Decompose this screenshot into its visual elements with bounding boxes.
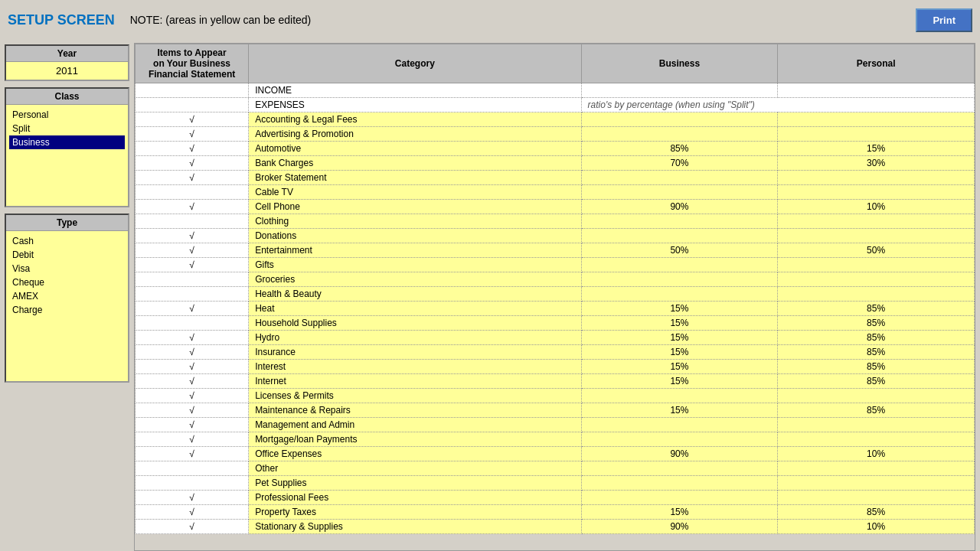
table-row[interactable]: Cable TV	[136, 185, 975, 200]
row-personal[interactable]: 15%	[778, 142, 975, 156]
row-personal[interactable]: 85%	[778, 360, 975, 374]
row-personal[interactable]	[778, 171, 975, 185]
row-category[interactable]: Hydro	[249, 331, 581, 345]
table-row[interactable]: √Donations	[136, 229, 975, 243]
row-personal[interactable]: 10%	[778, 447, 975, 461]
row-category[interactable]: Clothing	[249, 214, 581, 229]
row-category[interactable]: Stationary & Supplies	[249, 520, 581, 534]
row-business[interactable]: 70%	[581, 156, 778, 171]
row-business[interactable]: 90%	[581, 447, 778, 461]
row-personal[interactable]	[778, 476, 975, 491]
row-business[interactable]	[581, 127, 778, 142]
table-row[interactable]: Household Supplies15%85%	[136, 316, 975, 331]
row-category[interactable]: Donations	[249, 229, 581, 243]
table-row[interactable]: √Office Expenses90%10%	[136, 447, 975, 461]
row-category[interactable]: Gifts	[249, 258, 581, 272]
type-item-cheque[interactable]: Cheque	[9, 276, 125, 289]
row-personal[interactable]	[778, 258, 975, 272]
row-business[interactable]: 90%	[581, 520, 778, 534]
table-row[interactable]: Pet Supplies	[136, 476, 975, 491]
type-item-cash[interactable]: Cash	[9, 234, 125, 248]
row-personal[interactable]: 50%	[778, 243, 975, 258]
table-row[interactable]: √Broker Statement	[136, 171, 975, 185]
row-category[interactable]: Groceries	[249, 272, 581, 287]
row-business[interactable]	[581, 418, 778, 432]
table-row[interactable]: √Heat15%85%	[136, 302, 975, 316]
row-personal[interactable]	[778, 272, 975, 287]
row-personal[interactable]: 85%	[778, 345, 975, 360]
table-row[interactable]: √Bank Charges70%30%	[136, 156, 975, 171]
row-category[interactable]: Bank Charges	[249, 156, 581, 171]
row-personal[interactable]	[778, 432, 975, 447]
row-personal[interactable]: 85%	[778, 374, 975, 389]
row-business[interactable]	[581, 287, 778, 302]
print-button[interactable]: Print	[916, 8, 972, 32]
row-business[interactable]	[581, 389, 778, 403]
table-row[interactable]: √Stationary & Supplies90%10%	[136, 520, 975, 534]
type-item-visa[interactable]: Visa	[9, 262, 125, 276]
year-value[interactable]: 2011	[6, 62, 128, 80]
row-business[interactable]	[581, 491, 778, 505]
table-row[interactable]: √Internet15%85%	[136, 374, 975, 389]
row-category[interactable]: Property Taxes	[249, 505, 581, 520]
row-personal[interactable]: 10%	[778, 520, 975, 534]
row-business[interactable]	[581, 171, 778, 185]
class-item-personal[interactable]: Personal	[9, 108, 125, 122]
row-personal[interactable]	[778, 127, 975, 142]
table-row[interactable]: √Property Taxes15%85%	[136, 505, 975, 520]
row-business[interactable]: 15%	[581, 360, 778, 374]
table-row[interactable]: √Professional Fees	[136, 491, 975, 505]
table-row[interactable]: √Interest15%85%	[136, 360, 975, 374]
row-personal[interactable]	[778, 461, 975, 476]
table-row[interactable]: √Accounting & Legal Fees	[136, 112, 975, 127]
row-business[interactable]	[581, 185, 778, 200]
row-category[interactable]: Management and Admin	[249, 418, 581, 432]
row-business[interactable]: 15%	[581, 374, 778, 389]
row-personal[interactable]	[778, 185, 975, 200]
row-category[interactable]: Household Supplies	[249, 316, 581, 331]
table-row[interactable]: √Maintenance & Repairs15%85%	[136, 403, 975, 418]
row-category[interactable]: Cable TV	[249, 185, 581, 200]
table-row[interactable]: Clothing	[136, 214, 975, 229]
row-personal[interactable]	[778, 491, 975, 505]
row-category[interactable]: Health & Beauty	[249, 287, 581, 302]
class-item-business[interactable]: Business	[9, 135, 125, 149]
row-category[interactable]: Other	[249, 461, 581, 476]
row-business[interactable]: 15%	[581, 403, 778, 418]
row-business[interactable]: 50%	[581, 243, 778, 258]
row-personal[interactable]: 85%	[778, 331, 975, 345]
row-category[interactable]: Internet	[249, 374, 581, 389]
table-row[interactable]: √Cell Phone90%10%	[136, 200, 975, 214]
row-business[interactable]	[581, 214, 778, 229]
type-item-debit[interactable]: Debit	[9, 248, 125, 262]
table-row[interactable]: √Insurance15%85%	[136, 345, 975, 360]
row-business[interactable]	[581, 476, 778, 491]
row-personal[interactable]	[778, 287, 975, 302]
row-personal[interactable]	[778, 214, 975, 229]
row-category[interactable]: Entertainment	[249, 243, 581, 258]
row-personal[interactable]: 30%	[778, 156, 975, 171]
row-category[interactable]: Pet Supplies	[249, 476, 581, 491]
row-category[interactable]: Cell Phone	[249, 200, 581, 214]
row-category[interactable]: Advertising & Promotion	[249, 127, 581, 142]
row-business[interactable]: 15%	[581, 345, 778, 360]
row-business[interactable]	[581, 258, 778, 272]
row-personal[interactable]: 85%	[778, 505, 975, 520]
table-row[interactable]: √Gifts	[136, 258, 975, 272]
row-category[interactable]: Heat	[249, 302, 581, 316]
table-row[interactable]: √Licenses & Permits	[136, 389, 975, 403]
row-personal[interactable]: 85%	[778, 302, 975, 316]
row-category[interactable]: Professional Fees	[249, 491, 581, 505]
row-category[interactable]: Automotive	[249, 142, 581, 156]
row-business[interactable]: 15%	[581, 316, 778, 331]
row-personal[interactable]: 85%	[778, 316, 975, 331]
row-business[interactable]: 85%	[581, 142, 778, 156]
row-category[interactable]: Insurance	[249, 345, 581, 360]
table-row[interactable]: Groceries	[136, 272, 975, 287]
row-category[interactable]: Office Expenses	[249, 447, 581, 461]
row-category[interactable]: Mortgage/loan Payments	[249, 432, 581, 447]
row-personal[interactable]	[778, 418, 975, 432]
row-business[interactable]: 15%	[581, 505, 778, 520]
row-personal[interactable]	[778, 389, 975, 403]
table-row[interactable]: √Automotive85%15%	[136, 142, 975, 156]
